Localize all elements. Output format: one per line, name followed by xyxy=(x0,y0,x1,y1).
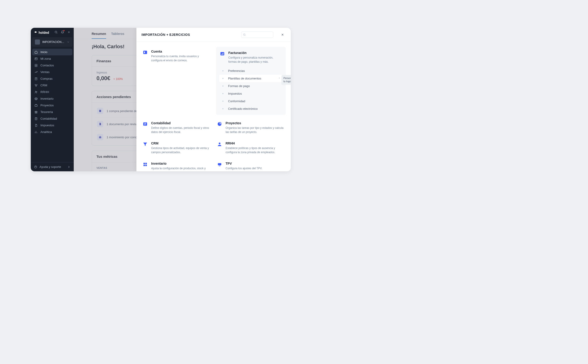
category-desc: Personaliza tu cuenta, invita usuarios y… xyxy=(151,54,210,62)
category-contabilidad[interactable]: ContabilidadDefine dígitos de cuentas, p… xyxy=(142,118,211,139)
svg-rect-21 xyxy=(223,53,223,55)
calculator-icon xyxy=(34,117,38,120)
subitem-preferencias[interactable]: Preferencias xyxy=(219,67,282,75)
category-title: TPV xyxy=(226,162,262,165)
category-desc: Configura y personaliza numeración, form… xyxy=(228,56,282,64)
sidebar-item-label: RRHH xyxy=(40,90,49,94)
help-support[interactable]: Ayuda y soporte xyxy=(31,162,74,171)
sidebar-item-label: CRM xyxy=(40,84,47,87)
category-title: RRHH xyxy=(226,142,285,145)
bars-icon xyxy=(34,130,38,134)
pos-icon xyxy=(217,162,222,167)
subitem-label: Formas de pago xyxy=(228,84,250,88)
subitem-conformidad[interactable]: Conformidad xyxy=(219,97,282,105)
bank-icon xyxy=(34,110,38,114)
close-button[interactable] xyxy=(279,32,286,38)
svg-point-10 xyxy=(37,91,37,92)
settings-title: IMPORTACIÓN + EJERCICIOS xyxy=(142,33,190,37)
svg-point-23 xyxy=(219,143,220,144)
category-desc: Organiza las tareas por tipo y estados y… xyxy=(226,126,285,134)
close-icon xyxy=(281,33,284,36)
category-crm[interactable]: CRMGestiona tipos de actividad, equipos … xyxy=(142,139,211,159)
sidebar-item-impuestos[interactable]: Impuestos xyxy=(32,122,72,129)
sidebar-item-contactos[interactable]: Contactos xyxy=(32,62,72,69)
sidebar-item-label: Ventas xyxy=(40,70,50,74)
tooltip: Personaliza tus plantillas pdf con tu lo… xyxy=(281,75,291,84)
settings-body: Cuenta Personaliza tu cuenta, invita usu… xyxy=(137,42,291,171)
sidebar-item-inicio[interactable]: Inicio xyxy=(32,49,72,55)
sidebar-item-label: Proyectos xyxy=(40,104,54,107)
category-desc: Ajusta la configuración de productos, st… xyxy=(151,166,210,171)
category-facturacion[interactable]: Facturación Configura y personaliza nume… xyxy=(219,50,282,67)
subitem-formas-pago[interactable]: Formas de pago xyxy=(219,82,282,90)
funnel-icon xyxy=(142,142,148,147)
category-title: Cuenta xyxy=(151,50,210,53)
subitem-certificado[interactable]: Certificado electrónico xyxy=(219,105,282,112)
category-desc: Establece políticas y tipos de ausencia … xyxy=(226,146,285,154)
sidebar-item-contabilidad[interactable]: Contabilidad xyxy=(32,115,72,122)
svg-point-6 xyxy=(35,84,35,85)
category-rrhh[interactable]: RRHHEstablece políticas y tipos de ausen… xyxy=(216,139,286,159)
sidebar-item-tesoreria[interactable]: Tesorería xyxy=(32,109,72,115)
briefcase-icon xyxy=(34,104,38,107)
svg-rect-24 xyxy=(144,163,145,164)
workspace-switcher[interactable]: IMPORTACIÓN + EJE… xyxy=(32,37,72,47)
svg-rect-19 xyxy=(221,54,222,55)
settings-search[interactable] xyxy=(241,32,273,38)
category-desc: Define dígitos de cuentas, periodo fisca… xyxy=(151,126,210,134)
sidebar-item-label: Mi zona xyxy=(40,57,51,60)
sidebar-item-mizona[interactable]: Mi zona xyxy=(32,55,72,62)
sidebar-item-label: Impuestos xyxy=(40,124,54,127)
category-proyectos[interactable]: ProyectosOrganiza las tareas por tipo y … xyxy=(216,118,286,139)
subitem-label: Conformidad xyxy=(228,99,245,103)
bullet-icon xyxy=(222,101,223,102)
search-icon[interactable] xyxy=(54,31,58,34)
crm-icon xyxy=(34,84,38,87)
sidebar-item-crm[interactable]: CRM xyxy=(32,82,72,89)
bullet-icon xyxy=(222,70,223,72)
document-icon xyxy=(34,124,38,127)
user-icon xyxy=(34,57,38,60)
subitem-label: Certificado electrónico xyxy=(228,107,258,110)
home-icon xyxy=(34,51,38,54)
sidebar-item-ventas[interactable]: Ventas xyxy=(32,69,72,75)
svg-rect-11 xyxy=(35,105,37,107)
category-tpv[interactable]: TPVConfigura los ajustes del TPV. xyxy=(216,159,286,171)
sidebar-item-label: Inicio xyxy=(40,50,47,54)
sidebar-item-inventario[interactable]: Inventario xyxy=(32,95,72,102)
sidebar-item-rrhh[interactable]: RRHH xyxy=(32,89,72,95)
chevron-right-icon xyxy=(67,165,71,169)
settings-header: IMPORTACIÓN + EJERCICIOS xyxy=(137,28,291,42)
svg-point-4 xyxy=(36,65,36,65)
plus-icon[interactable] xyxy=(67,31,71,34)
svg-point-15 xyxy=(243,34,245,35)
brand-name: holded xyxy=(39,31,49,34)
chart-up-icon xyxy=(34,71,38,74)
sidebar-item-label: Tesorería xyxy=(40,110,53,114)
contacts-icon xyxy=(34,64,38,67)
subitem-impuestos[interactable]: Impuestos xyxy=(219,90,282,97)
people-icon xyxy=(34,91,38,94)
accounting-icon xyxy=(142,121,148,127)
category-cuenta[interactable]: Cuenta Personaliza tu cuenta, invita usu… xyxy=(142,47,211,118)
sidebar-item-label: Compras xyxy=(40,77,52,80)
search-input[interactable] xyxy=(241,32,273,38)
sidebar-header: holded xyxy=(31,28,74,37)
category-facturacion-expanded: Facturación Configura y personaliza nume… xyxy=(216,47,286,115)
box-icon xyxy=(34,97,38,100)
subitem-label: Impuestos xyxy=(228,92,242,95)
subitem-plantillas[interactable]: Plantillas de documentos Personaliza tus… xyxy=(219,75,282,82)
brand-logo[interactable]: holded xyxy=(34,31,49,34)
svg-rect-20 xyxy=(222,53,222,55)
category-title: Facturación xyxy=(228,51,282,55)
category-title: CRM xyxy=(151,142,210,145)
sidebar-item-proyectos[interactable]: Proyectos xyxy=(32,102,72,109)
sidebar-item-analitica[interactable]: Analítica xyxy=(32,129,72,135)
bullet-icon xyxy=(222,93,223,94)
sidebar-item-compras[interactable]: Compras xyxy=(32,75,72,82)
category-inventario[interactable]: InventarioAjusta la configuración de pro… xyxy=(142,159,211,171)
svg-point-8 xyxy=(36,86,36,86)
bell-icon[interactable] xyxy=(61,31,64,34)
help-icon xyxy=(34,165,37,169)
facturacion-sublist: Preferencias Plantillas de documentos Pe… xyxy=(219,67,282,112)
